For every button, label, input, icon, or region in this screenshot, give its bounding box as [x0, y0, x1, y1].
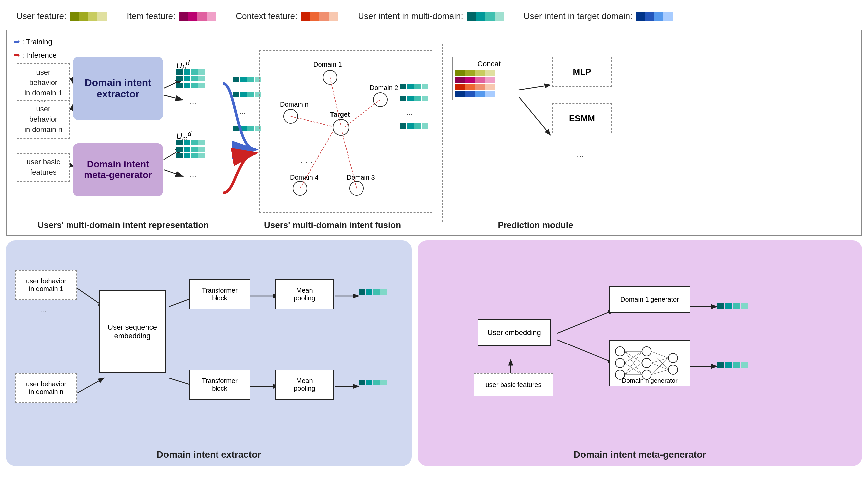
meta-output-bars-1	[717, 302, 748, 309]
dots-um: ...	[190, 170, 196, 179]
die-detail-title: Domain intent extractor	[6, 450, 412, 460]
die-detail-box: user behavior in domain 1 ... user behav…	[6, 240, 412, 466]
svg-line-50	[651, 351, 669, 358]
fusion-box: Domain 1 Domain 2 Target Domain n · · · …	[260, 50, 432, 213]
legend-user-intent-multi: User intent in multi-domain:	[358, 11, 504, 21]
legend-bar: User feature: Item feature: Context feat…	[6, 6, 862, 26]
legend-context-feature: Context feature:	[236, 11, 338, 21]
svg-line-13	[300, 131, 333, 189]
meta-detail-box: User embedding user basic features Domai…	[418, 240, 862, 466]
fusion-output-bars: ...	[400, 84, 428, 128]
input-behavior-domainN: user behavior in domain n	[17, 100, 70, 139]
section3-label: Prediction module	[452, 220, 619, 230]
domain1-gen-box: Domain 1 generator	[609, 286, 690, 313]
um-bars	[176, 140, 205, 158]
domain-intent-meta-generator-box: Domain intent meta-generator	[73, 143, 163, 196]
svg-point-34	[615, 358, 625, 368]
context-feature-swatch	[301, 11, 338, 21]
svg-line-29	[558, 310, 614, 333]
transformer-block-2: Transformer block	[189, 370, 250, 400]
domainN-gen-box: Domain n generator	[609, 340, 690, 386]
user-basic-box: user basic features	[473, 373, 553, 396]
legend-user-intent-target: User intent in target domain:	[524, 11, 673, 21]
svg-line-17	[519, 97, 550, 135]
svg-line-16	[519, 85, 550, 90]
dots-inputs: ...	[38, 94, 45, 104]
die-dots: ...	[40, 305, 46, 314]
transformer-block-1: Transformer block	[189, 279, 250, 309]
svg-line-12	[291, 116, 333, 126]
divider-2	[442, 44, 443, 222]
domain-intent-extractor-box: Domain intent extractor	[73, 57, 163, 120]
legend-item-feature-label: Item feature:	[127, 11, 175, 21]
arrow-legend: ➡ : Training ➡ : Inference	[13, 35, 57, 62]
mean-pooling-2: Mean pooling	[275, 370, 333, 400]
svg-point-33	[615, 347, 625, 356]
training-arrow-legend: ➡ : Training	[13, 35, 57, 49]
legend-context-feature-label: Context feature:	[236, 11, 297, 21]
dots-ub: ...	[190, 97, 196, 106]
legend-user-intent-multi-label: User intent in multi-domain:	[358, 11, 463, 21]
user-intent-target-swatch	[635, 11, 673, 21]
top-section: ➡ : Training ➡ : Inference	[6, 30, 862, 235]
svg-point-36	[642, 347, 651, 356]
legend-user-intent-target-label: User intent in target domain:	[524, 11, 632, 21]
svg-point-39	[669, 353, 678, 363]
legend-item-feature: Item feature:	[127, 11, 216, 21]
inference-arrow-legend: ➡ : Inference	[13, 49, 57, 62]
svg-line-20	[78, 378, 104, 393]
svg-line-14	[342, 131, 356, 189]
ub-bars	[176, 69, 205, 88]
seq-embed-box: User sequence embedding	[99, 290, 166, 373]
meta-detail-title: Domain intent meta-generator	[418, 450, 862, 460]
user-intent-multi-swatch	[467, 11, 504, 21]
convergence-arrows	[203, 63, 263, 210]
predict-arrows	[445, 50, 579, 190]
die-input1: user behavior in domain 1	[15, 270, 77, 300]
svg-point-40	[669, 365, 678, 374]
user-embed-box: User embedding	[478, 319, 551, 346]
input-basic-features: user basic features	[17, 153, 70, 182]
section1-label: Users' multi-domain intent representatio…	[17, 220, 229, 230]
legend-user-feature-label: User feature:	[16, 11, 66, 21]
svg-line-10	[330, 78, 341, 125]
mean-pooling-1: Mean pooling	[275, 279, 333, 309]
domainN-gen-label: Domain n generator	[609, 377, 690, 384]
fusion-connections	[260, 51, 432, 212]
svg-line-30	[558, 340, 614, 363]
bottom-section: user behavior in domain 1 ... user behav…	[6, 240, 862, 466]
svg-point-37	[642, 358, 651, 368]
meta-output-bars-n	[717, 363, 748, 368]
section2-label: Users' multi-domain intent fusion	[233, 220, 432, 230]
svg-line-7	[164, 95, 183, 100]
item-feature-swatch	[179, 11, 216, 21]
die-output-bars-1	[358, 289, 387, 295]
die-input2: user behavior in domain n	[15, 373, 77, 403]
svg-line-9	[164, 170, 183, 176]
legend-user-feature: User feature:	[16, 11, 107, 21]
user-feature-swatch	[70, 11, 107, 21]
die-output-bars-2	[358, 380, 387, 385]
svg-line-11	[345, 100, 380, 126]
